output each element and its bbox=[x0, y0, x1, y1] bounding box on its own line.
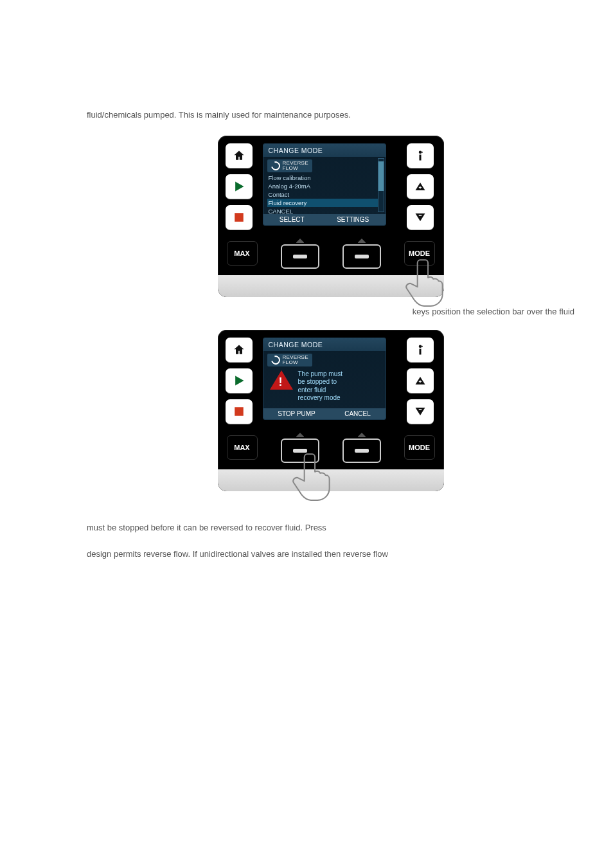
softkey-right-label: CANCEL bbox=[344, 410, 371, 417]
svg-rect-4 bbox=[418, 215, 422, 216]
scrollbar[interactable] bbox=[378, 158, 384, 212]
device-edge bbox=[218, 275, 444, 297]
menu-item[interactable]: Analog 4-20mA bbox=[267, 182, 382, 190]
mode-button[interactable]: MODE bbox=[404, 435, 435, 460]
softkey-left[interactable] bbox=[281, 244, 319, 269]
info-button[interactable] bbox=[407, 143, 434, 168]
menu-item[interactable]: Flow calibration bbox=[267, 174, 382, 182]
up-button[interactable]: + bbox=[407, 368, 434, 393]
softkey-indicator-icon bbox=[296, 239, 304, 242]
menu-item[interactable]: Contact bbox=[267, 190, 382, 199]
home-button[interactable] bbox=[226, 338, 253, 362]
reverse-flow-icon: REVERSE FLOW bbox=[267, 354, 312, 366]
reverse-flow-icon: REVERSE FLOW bbox=[267, 159, 312, 172]
softkey-labels: STOP PUMP CANCEL bbox=[263, 408, 386, 419]
bottom-key-row: MAX MODE bbox=[226, 433, 436, 469]
max-button[interactable]: MAX bbox=[227, 241, 258, 266]
bottom-key-row: MAX MODE bbox=[226, 239, 436, 275]
warning-icon bbox=[270, 370, 293, 390]
lcd-screen: CHANGE MODE REVERSE FLOW Flow calibratio… bbox=[263, 143, 386, 226]
svg-point-5 bbox=[418, 345, 422, 348]
up-button[interactable]: + bbox=[407, 174, 434, 199]
stop-button[interactable] bbox=[226, 399, 253, 424]
softkey-labels: SELECT SETTINGS bbox=[263, 214, 386, 225]
softkey-indicator-icon bbox=[358, 239, 366, 242]
softkey-left-label: STOP PUMP bbox=[278, 410, 315, 417]
svg-text:+: + bbox=[418, 379, 422, 384]
svg-rect-9 bbox=[418, 409, 422, 410]
softkey-indicator-icon bbox=[358, 433, 366, 437]
softkey-left-label: SELECT bbox=[280, 216, 305, 223]
page-body: fluid/chemicals pumped. This is mainly u… bbox=[87, 109, 574, 574]
softkey-right[interactable] bbox=[342, 439, 381, 463]
screen-title: CHANGE MODE bbox=[263, 144, 386, 158]
softkey-right[interactable] bbox=[342, 244, 381, 269]
screen-title: CHANGE MODE bbox=[263, 338, 386, 352]
svg-point-6 bbox=[422, 346, 423, 347]
stop-button[interactable] bbox=[226, 205, 253, 230]
lcd-screen: CHANGE MODE REVERSE FLOW The pump must b… bbox=[263, 338, 386, 420]
figure-2: CHANGE MODE REVERSE FLOW The pump must b… bbox=[87, 330, 574, 491]
play-button[interactable] bbox=[226, 174, 253, 199]
warning-panel: The pump must be stopped to enter fluid … bbox=[263, 366, 386, 405]
paragraph: must be stopped before it can be reverse… bbox=[87, 522, 574, 534]
home-button[interactable] bbox=[226, 143, 253, 168]
play-button[interactable] bbox=[226, 368, 253, 393]
softkey-left[interactable] bbox=[281, 439, 319, 463]
svg-point-1 bbox=[422, 152, 423, 153]
svg-rect-3 bbox=[235, 213, 244, 222]
info-button[interactable] bbox=[407, 338, 434, 362]
paragraph: design permits reverse flow. If unidirec… bbox=[87, 548, 574, 561]
menu-item-selected[interactable]: Fluid recovery bbox=[267, 199, 382, 207]
max-button[interactable]: MAX bbox=[227, 435, 258, 460]
device-panel: CHANGE MODE REVERSE FLOW The pump must b… bbox=[218, 330, 444, 491]
caption: keys position the selection bar over the… bbox=[87, 306, 574, 318]
device-panel: CHANGE MODE REVERSE FLOW Flow calibratio… bbox=[218, 136, 444, 297]
svg-rect-8 bbox=[235, 407, 244, 416]
down-button[interactable] bbox=[407, 205, 434, 230]
svg-text:+: + bbox=[418, 185, 422, 190]
figure-1: CHANGE MODE REVERSE FLOW Flow calibratio… bbox=[87, 136, 574, 297]
paragraph: fluid/chemicals pumped. This is mainly u… bbox=[87, 109, 574, 122]
svg-point-0 bbox=[418, 150, 422, 154]
down-button[interactable] bbox=[407, 399, 434, 424]
softkey-indicator-icon bbox=[296, 433, 304, 437]
softkey-right-label: SETTINGS bbox=[337, 216, 369, 223]
menu-list: Flow calibration Analog 4-20mA Contact F… bbox=[263, 172, 386, 215]
mode-button[interactable]: MODE bbox=[404, 241, 435, 266]
warning-text: The pump must be stopped to enter fluid … bbox=[298, 370, 342, 402]
device-edge bbox=[218, 469, 444, 491]
